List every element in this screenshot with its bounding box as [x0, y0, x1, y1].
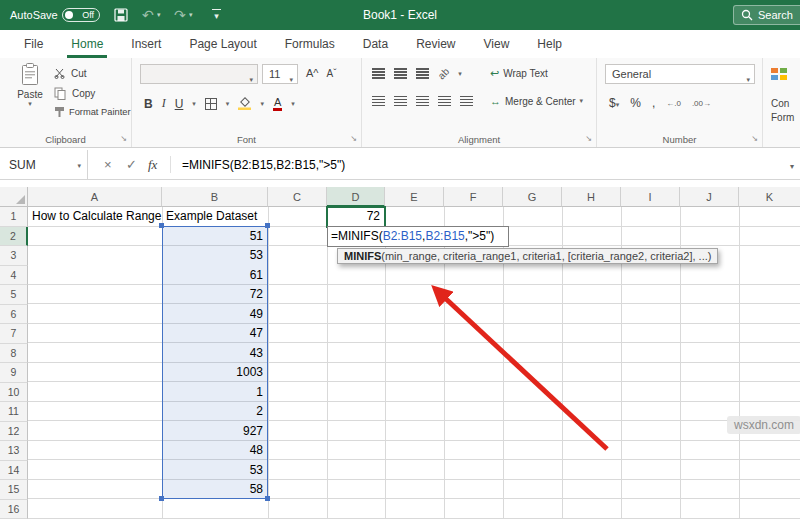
selection-handle[interactable]: [265, 496, 270, 501]
percent-format-button[interactable]: %: [630, 96, 641, 110]
alignment-dialog-launcher-icon[interactable]: ↘: [585, 134, 592, 143]
row-header-10[interactable]: 10: [0, 383, 28, 403]
copy-button[interactable]: Copy: [54, 87, 95, 100]
font-color-dropdown-icon[interactable]: ▾: [291, 100, 295, 108]
number-dialog-launcher-icon[interactable]: ↘: [751, 134, 758, 143]
font-name-combo[interactable]: ▾: [140, 64, 258, 84]
row-header-6[interactable]: 6: [0, 305, 28, 325]
align-center-icon[interactable]: [394, 96, 407, 107]
tab-formulas[interactable]: Formulas: [271, 30, 349, 58]
tab-file[interactable]: File: [10, 30, 57, 58]
cell-B3[interactable]: 53: [162, 246, 268, 266]
clipboard-dialog-launcher-icon[interactable]: ↘: [120, 134, 127, 143]
font-color-icon[interactable]: A: [273, 97, 282, 111]
decrease-decimal-button[interactable]: .00→: [692, 99, 711, 108]
underline-dropdown-icon[interactable]: ▾: [192, 100, 196, 108]
cell-B2[interactable]: 51: [162, 227, 268, 247]
row-header-5[interactable]: 5: [0, 285, 28, 305]
tab-view[interactable]: View: [470, 30, 524, 58]
row-header-14[interactable]: 14: [0, 461, 28, 481]
cell-B8[interactable]: 43: [162, 344, 268, 364]
cell-B5[interactable]: 72: [162, 285, 268, 305]
name-box-dropdown-icon[interactable]: ▾: [77, 162, 81, 170]
formula-bar-expand-icon[interactable]: ▾: [790, 162, 794, 171]
tab-review[interactable]: Review: [402, 30, 469, 58]
cell-A1[interactable]: How to Calculate Range: [28, 207, 162, 227]
font-size-combo[interactable]: 11▾: [262, 64, 298, 84]
row-header-7[interactable]: 7: [0, 324, 28, 344]
enter-button[interactable]: ✓: [126, 150, 137, 180]
comma-format-button[interactable]: ,: [652, 96, 655, 110]
orientation-icon[interactable]: ab: [436, 66, 452, 82]
cell-B13[interactable]: 48: [162, 441, 268, 461]
selection-handle[interactable]: [159, 496, 164, 501]
search-box[interactable]: Search: [733, 5, 800, 25]
tab-home[interactable]: Home: [57, 30, 117, 58]
font-dialog-launcher-icon[interactable]: ↘: [350, 134, 357, 143]
cell-B12[interactable]: 927: [162, 422, 268, 442]
insert-function-button[interactable]: fx: [148, 150, 157, 180]
bold-button[interactable]: B: [144, 97, 153, 111]
cell-B7[interactable]: 47: [162, 324, 268, 344]
row-header-15[interactable]: 15: [0, 480, 28, 500]
conditional-formatting-button[interactable]: [771, 66, 787, 85]
selection-handle[interactable]: [265, 223, 270, 228]
column-header-H[interactable]: H: [562, 187, 621, 207]
selection-handle[interactable]: [159, 223, 164, 228]
italic-button[interactable]: I: [162, 96, 166, 111]
cell-B9[interactable]: 1003: [162, 363, 268, 383]
increase-font-size-button[interactable]: A^: [306, 67, 319, 79]
tab-help[interactable]: Help: [523, 30, 576, 58]
column-header-E[interactable]: E: [385, 187, 444, 207]
row-header-12[interactable]: 12: [0, 422, 28, 442]
cell-B11[interactable]: 2: [162, 402, 268, 422]
row-header-13[interactable]: 13: [0, 441, 28, 461]
cell-B6[interactable]: 49: [162, 305, 268, 325]
select-all-corner[interactable]: [0, 187, 28, 207]
row-header-2[interactable]: 2: [0, 227, 28, 247]
borders-icon[interactable]: [205, 98, 217, 110]
number-format-combo[interactable]: General▾: [605, 64, 755, 84]
column-header-G[interactable]: G: [503, 187, 562, 207]
align-middle-icon[interactable]: [394, 68, 407, 79]
column-header-A[interactable]: A: [28, 187, 162, 207]
tab-data[interactable]: Data: [349, 30, 402, 58]
row-header-1[interactable]: 1: [0, 207, 28, 227]
align-bottom-icon[interactable]: [416, 68, 429, 79]
column-header-C[interactable]: C: [268, 187, 327, 207]
row-header-4[interactable]: 4: [0, 266, 28, 286]
cell-editor-D2[interactable]: =MINIFS(B2:B15,B2:B15,">5"): [327, 226, 509, 247]
borders-dropdown-icon[interactable]: ▾: [226, 100, 230, 108]
column-header-J[interactable]: J: [680, 187, 739, 207]
cancel-button[interactable]: ×: [104, 150, 112, 180]
format-painter-button[interactable]: Format Painter: [54, 106, 130, 117]
cell-B1[interactable]: Example Dataset: [162, 207, 268, 227]
row-header-16[interactable]: 16: [0, 500, 28, 519]
row-header-9[interactable]: 9: [0, 363, 28, 383]
align-top-icon[interactable]: [372, 68, 385, 79]
tab-page-layout[interactable]: Page Layout: [175, 30, 270, 58]
column-header-K[interactable]: K: [739, 187, 800, 207]
row-header-8[interactable]: 8: [0, 344, 28, 364]
column-header-D[interactable]: D: [327, 187, 385, 207]
cell-B4[interactable]: 61: [162, 266, 268, 286]
increase-indent-icon[interactable]: [460, 96, 473, 107]
merge-center-button[interactable]: ↔ Merge & Center ▾: [490, 95, 583, 107]
decrease-font-size-button[interactable]: Aˇ: [327, 68, 337, 79]
align-left-icon[interactable]: [372, 96, 385, 107]
formula-bar-input[interactable]: =MINIFS(B2:B15,B2:B15,">5"): [182, 150, 345, 180]
fill-color-dropdown-icon[interactable]: ▾: [260, 100, 264, 108]
cut-button[interactable]: Cut: [54, 68, 87, 79]
row-header-3[interactable]: 3: [0, 246, 28, 266]
cell-B14[interactable]: 53: [162, 461, 268, 481]
column-header-F[interactable]: F: [444, 187, 503, 207]
align-right-icon[interactable]: [416, 96, 429, 107]
row-header-11[interactable]: 11: [0, 402, 28, 422]
underline-button[interactable]: U: [175, 97, 184, 111]
paste-button[interactable]: Paste ▾: [10, 62, 50, 108]
cell-B10[interactable]: 1: [162, 383, 268, 403]
name-box[interactable]: SUM ▾: [0, 150, 88, 180]
wrap-text-button[interactable]: ↩ Wrap Text: [490, 67, 548, 80]
decrease-indent-icon[interactable]: [438, 96, 451, 107]
orientation-dropdown-icon[interactable]: ▾: [458, 70, 462, 78]
